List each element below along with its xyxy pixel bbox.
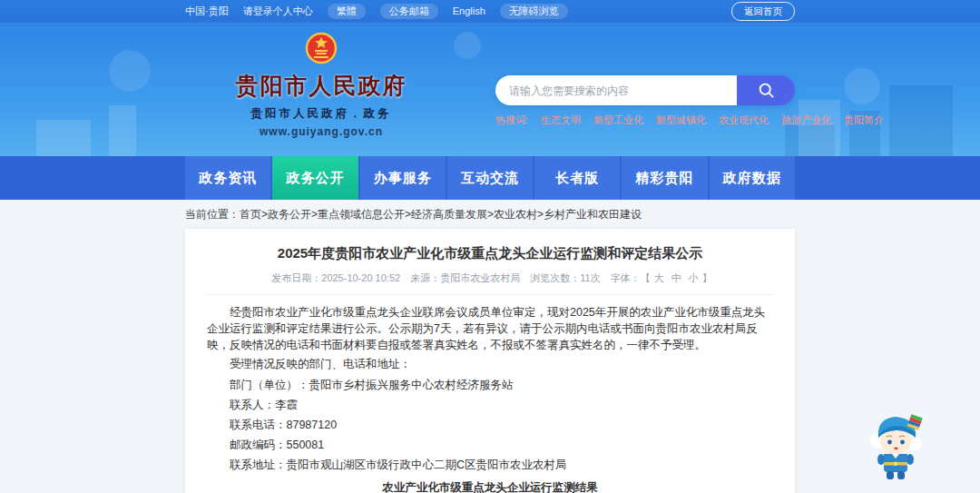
nav-item-精彩贵阳[interactable]: 精彩贵阳 bbox=[622, 156, 707, 200]
article-paragraph: 经贵阳市农业产业化市级重点龙头企业联席会议成员单位审定，现对2025年开展的农业… bbox=[207, 304, 773, 353]
site-logo[interactable]: 贵阳市人民政府 贵阳市人民政府．政务 www.guiyang.gov.cn bbox=[185, 23, 457, 156]
skyline-building bbox=[36, 120, 91, 156]
breadcrumb-separator: > bbox=[261, 208, 268, 221]
search-bar bbox=[495, 75, 795, 105]
bokeh-decoration bbox=[109, 50, 151, 92]
contact-line: 联系电话：87987120 bbox=[207, 417, 773, 433]
hot-search-word[interactable]: 贵阳简介 bbox=[844, 113, 884, 127]
contact-line: 部门（单位）：贵阳市乡村振兴服务中心农村经济服务站 bbox=[207, 377, 773, 393]
skyline-building bbox=[889, 85, 953, 156]
search-icon bbox=[758, 82, 775, 99]
contact-line: 联系人：李霞 bbox=[207, 397, 773, 413]
breadcrumb-link[interactable]: 农业农村 bbox=[494, 208, 537, 221]
nav-item-互动交流[interactable]: 互动交流 bbox=[447, 156, 533, 200]
hot-search-label: 热搜词: bbox=[495, 113, 528, 127]
top-utility-bar: 中国·贵阳请登录个人中心繁體公务邮箱English无障碍浏览 返回首页 bbox=[0, 0, 980, 23]
topbar-link[interactable]: 繁體 bbox=[328, 4, 366, 19]
contact-info: 部门（单位）：贵阳市乡村振兴服务中心农村经济服务站联系人：李霞联系电话：8798… bbox=[207, 377, 773, 474]
article-title: 2025年度贵阳市农业产业化市级重点龙头企业运行监测和评定结果公示 bbox=[207, 243, 773, 262]
topbar-link[interactable]: 请登录个人中心 bbox=[243, 6, 313, 16]
site-mascot[interactable] bbox=[866, 408, 927, 482]
font-size-option[interactable]: 大 bbox=[654, 272, 664, 283]
article-card: 2025年度贵阳市农业产业化市级重点龙头企业运行监测和评定结果公示 发布日期：2… bbox=[185, 229, 795, 493]
contact-line: 联系地址：贵阳市观山湖区市级行政中心二期C区贵阳市农业农村局 bbox=[207, 457, 773, 473]
bracket: 】 bbox=[702, 272, 712, 283]
table-caption: 农业产业化市级重点龙头企业运行监测结果 bbox=[207, 480, 773, 493]
site-url: www.guiyang.gov.cn bbox=[185, 125, 457, 138]
hot-search-word[interactable]: 新型城镇化 bbox=[656, 113, 706, 127]
breadcrumb-separator: > bbox=[311, 208, 318, 221]
topbar-link[interactable]: 中国·贵阳 bbox=[185, 6, 229, 16]
font-size-option[interactable]: 小 bbox=[689, 272, 699, 283]
national-emblem-icon bbox=[301, 29, 341, 69]
skyline-building bbox=[109, 105, 136, 156]
article-paragraph: 受理情况反映的部门、电话和地址： bbox=[207, 356, 773, 372]
topbar-links: 中国·贵阳请登录个人中心繁體公务邮箱English无障碍浏览 bbox=[185, 4, 568, 19]
nav-item-政府数据[interactable]: 政府数据 bbox=[710, 156, 795, 200]
site-header-banner: 贵阳市人民政府 贵阳市人民政府．政务 www.guiyang.gov.cn 热搜… bbox=[0, 23, 980, 156]
breadcrumb-link[interactable]: 经济高质量发展 bbox=[411, 208, 487, 221]
nav-item-长者版[interactable]: 长者版 bbox=[534, 156, 620, 200]
font-size-label: 字体： bbox=[611, 272, 641, 283]
publish-date: 发布日期：2025-10-20 10:52 bbox=[271, 272, 400, 283]
hot-search-word[interactable]: 生态文明 bbox=[541, 113, 581, 127]
return-home-button[interactable]: 返回首页 bbox=[731, 2, 795, 21]
breadcrumb-link[interactable]: 重点领域信息公开 bbox=[318, 208, 405, 221]
main-navigation: 政务资讯政务公开办事服务互动交流长者版精彩贵阳政府数据 bbox=[0, 156, 980, 200]
article-body: 经贵阳市农业产业化市级重点龙头企业联席会议成员单位审定，现对2025年开展的农业… bbox=[207, 304, 773, 373]
breadcrumb-separator: > bbox=[487, 208, 494, 221]
article-source: 来源：贵阳市农业农村局 bbox=[410, 272, 520, 283]
search-input[interactable] bbox=[495, 75, 737, 105]
view-count: 浏览次数：11次 bbox=[530, 272, 600, 283]
font-size-option[interactable]: 中 bbox=[671, 272, 681, 283]
topbar-link[interactable]: 公务邮箱 bbox=[380, 4, 438, 19]
breadcrumb: 当前位置：首页>政务公开>重点领域信息公开>经济高质量发展>农业农村>乡村产业和… bbox=[185, 200, 795, 229]
topbar-link[interactable]: 无障碍浏览 bbox=[500, 4, 568, 19]
site-title: 贵阳市人民政府 bbox=[185, 71, 457, 101]
breadcrumb-separator: > bbox=[405, 208, 411, 221]
hot-search-row: 热搜词: 生态文明新型工业化新型城镇化农业现代化旅游产业化贵阳简介 bbox=[495, 113, 795, 127]
search-button[interactable] bbox=[737, 75, 795, 105]
hot-search-word[interactable]: 农业现代化 bbox=[719, 113, 769, 127]
nav-item-政务公开[interactable]: 政务公开 bbox=[272, 156, 358, 200]
bracket: 【 bbox=[641, 272, 651, 283]
hot-search-word[interactable]: 新型工业化 bbox=[593, 113, 643, 127]
article-meta: 发布日期：2025-10-20 10:52 来源：贵阳市农业农村局 浏览次数：1… bbox=[207, 271, 773, 295]
nav-item-办事服务[interactable]: 办事服务 bbox=[360, 156, 446, 200]
hot-search-words: 生态文明新型工业化新型城镇化农业现代化旅游产业化贵阳简介 bbox=[541, 113, 884, 127]
topbar-link[interactable]: English bbox=[453, 6, 485, 16]
skyline-building bbox=[799, 100, 840, 156]
hot-search-word[interactable]: 旅游产业化 bbox=[781, 113, 831, 127]
nav-item-政务资讯[interactable]: 政务资讯 bbox=[185, 156, 270, 200]
contact-line: 邮政编码：550081 bbox=[207, 437, 773, 453]
bokeh-decoration bbox=[844, 68, 880, 104]
breadcrumb-link[interactable]: 首页 bbox=[240, 208, 261, 221]
breadcrumb-link[interactable]: 乡村产业和农田建设 bbox=[544, 208, 642, 221]
site-subtitle: 贵阳市人民政府．政务 bbox=[185, 106, 457, 122]
breadcrumb-link[interactable]: 政务公开 bbox=[268, 208, 311, 221]
breadcrumb-label: 当前位置： bbox=[185, 208, 240, 221]
